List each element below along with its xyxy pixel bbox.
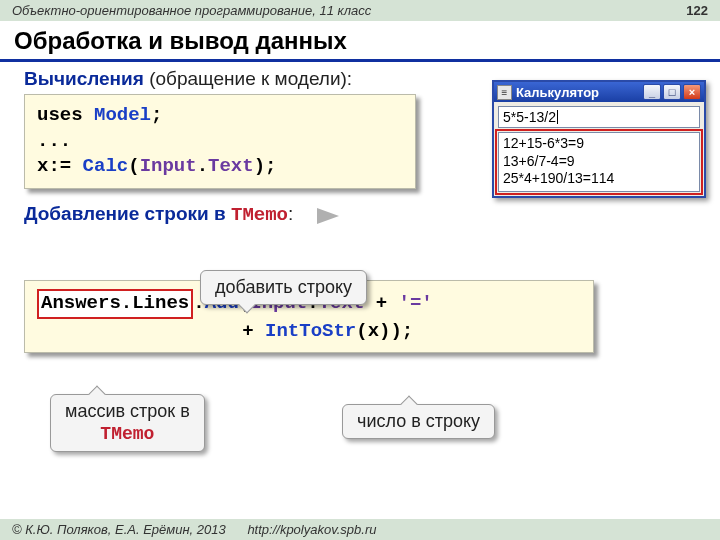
maximize-icon[interactable]: □	[663, 84, 681, 100]
calc-app-icon: ≡	[497, 85, 512, 100]
calc-body: 5*5-13/2 12+15-6*3=9 13+6/7-4=9 25*4+190…	[494, 102, 704, 196]
calc-input[interactable]: 5*5-13/2	[498, 106, 700, 128]
arrow-right-icon	[317, 208, 339, 224]
calc-window: ≡ Калькулятор _ □ × 5*5-13/2 12+15-6*3=9…	[492, 80, 706, 198]
calc-memo[interactable]: 12+15-6*3=9 13+6/7-4=9 25*4+190/13=114	[498, 132, 700, 192]
callout-array-memo: массив строк в TMemo	[50, 394, 205, 452]
callout-add-line: добавить строку	[200, 270, 367, 305]
section-lead-2: Добавление строки в	[24, 203, 231, 224]
page-title: Обработка и вывод данных	[0, 21, 720, 62]
close-icon[interactable]: ×	[683, 84, 701, 100]
code-block-1: uses Model; ... x:= Calc(Input.Text);	[24, 94, 416, 189]
highlight-answers-lines: Answers.Lines	[37, 289, 193, 319]
memo-line: 13+6/7-4=9	[503, 153, 695, 171]
section-lead: Вычисления	[24, 68, 144, 89]
page-number: 122	[686, 3, 708, 18]
minimize-icon[interactable]: _	[643, 84, 661, 100]
text-caret-icon	[557, 110, 558, 124]
footer: © К.Ю. Поляков, Е.А. Ерёмин, 2013 http:/…	[0, 519, 720, 540]
calc-titlebar[interactable]: ≡ Калькулятор _ □ ×	[494, 82, 704, 102]
section-memo-line: Добавление строки в TMemo:	[24, 203, 704, 230]
footer-url: http://kpolyakov.spb.ru	[247, 522, 376, 537]
memo-line: 12+15-6*3=9	[503, 135, 695, 153]
section-rest: (обращение к модели):	[144, 68, 352, 89]
header-strip: Объектно-ориентированное программировани…	[0, 0, 720, 21]
memo-line: 25*4+190/13=114	[503, 170, 695, 188]
callout-num-to-str: число в строку	[342, 404, 495, 439]
course-label: Объектно-ориентированное программировани…	[12, 3, 371, 18]
copyright: © К.Ю. Поляков, Е.А. Ерёмин, 2013	[12, 522, 226, 537]
tmemo-label: TMemo	[231, 204, 288, 226]
calc-title: Калькулятор	[516, 85, 639, 100]
